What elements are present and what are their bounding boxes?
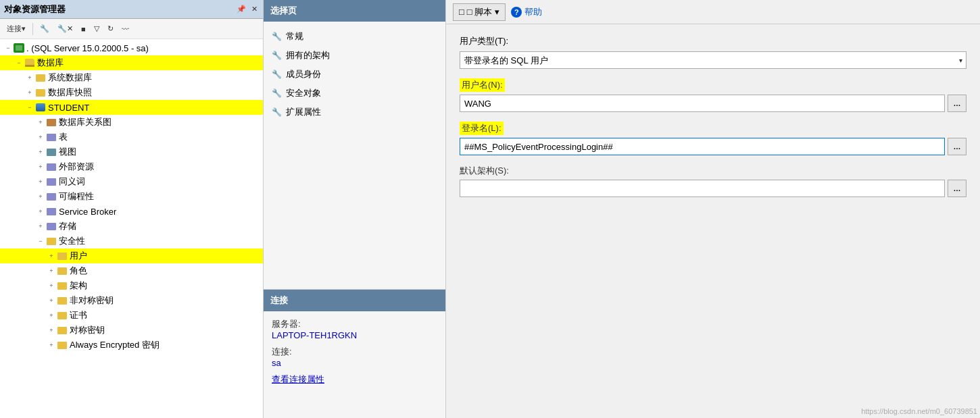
expand-databases[interactable]: − <box>14 57 24 68</box>
users-label: 用户 <box>70 250 87 262</box>
toolbar-btn-5[interactable]: ↻ <box>105 23 116 34</box>
tree-item-sysdb[interactable]: + 系统数据库 <box>0 70 263 85</box>
tree-item-security[interactable]: − 安全性 <box>0 234 263 249</box>
expand-sysdb[interactable]: + <box>24 72 35 83</box>
username-input[interactable] <box>460 95 945 112</box>
default-schema-row: … <box>460 180 966 197</box>
symmetric-keys-label: 对称密钥 <box>70 324 105 336</box>
tree-item-server[interactable]: − . (SQL Server 15.0.2000.5 - sa) <box>0 41 263 55</box>
asymmetric-keys-label: 非对称密钥 <box>70 294 114 307</box>
right-panel: 选择页 🔧 常规 🔧 拥有的架构 🔧 成员身份 🔧 安全对象 🔧 扩展属性 <box>264 0 980 418</box>
username-label: 用户名(N): <box>460 78 505 92</box>
expand-views[interactable]: + <box>35 147 46 157</box>
toolbar-btn-2[interactable]: 🔧✕ <box>55 23 76 34</box>
login-browse-button[interactable]: … <box>948 138 966 155</box>
expand-schemas[interactable]: + <box>46 280 57 291</box>
user-type-select[interactable]: 带登录名的 SQL 用户 <box>460 51 966 69</box>
views-label: 视图 <box>59 146 76 158</box>
tree-item-asymmetric-keys[interactable]: + 非对称密钥 <box>0 293 263 308</box>
expand-certificates[interactable]: + <box>46 310 57 321</box>
selection-item-label-general: 常规 <box>286 30 303 43</box>
selection-item-extended-properties[interactable]: 🔧 扩展属性 <box>266 103 443 122</box>
expand-external[interactable]: + <box>35 161 46 172</box>
pin-button[interactable]: 📌 <box>235 5 247 14</box>
connect-header: 连接 <box>264 290 445 311</box>
toolbar-btn-4[interactable]: ▽ <box>91 23 102 34</box>
expand-dbdiagram[interactable]: + <box>35 117 46 128</box>
tree-item-student[interactable]: − STUDENT <box>0 100 263 115</box>
expand-symmetric-keys[interactable]: + <box>46 325 57 336</box>
tree-item-databases[interactable]: − 数据库 <box>0 55 263 70</box>
login-group: 登录名(L): … <box>460 122 966 155</box>
toolbar-btn-6[interactable]: 〰 <box>119 24 132 34</box>
oe-toolbar: 连接▾ 🔧 🔧✕ ■ ▽ ↻ 〰 <box>0 19 263 39</box>
tree-item-symmetric-keys[interactable]: + 对称密钥 <box>0 323 263 338</box>
tree-item-synonyms[interactable]: + 同义词 <box>0 174 263 189</box>
wrench-icon-2: 🔧 <box>272 51 282 60</box>
expand-dbsnapshot[interactable]: + <box>24 87 35 98</box>
default-schema-group: 默认架构(S): … <box>460 165 966 197</box>
oe-title-buttons: 📌 ✕ <box>235 5 259 14</box>
expand-server[interactable]: − <box>3 43 14 53</box>
selection-item-membership[interactable]: 🔧 成员身份 <box>266 65 443 84</box>
asymmetric-keys-icon <box>57 295 68 306</box>
toolbar-btn-1[interactable]: 🔧 <box>37 23 52 34</box>
selection-item-securables[interactable]: 🔧 安全对象 <box>266 84 443 103</box>
tree-item-service-broker[interactable]: + Service Broker <box>0 204 263 219</box>
expand-programmability[interactable]: + <box>35 191 46 202</box>
selection-item-general[interactable]: 🔧 常规 <box>266 27 443 46</box>
tree-item-programmability[interactable]: + 可编程性 <box>0 189 263 204</box>
selection-items: 🔧 常规 🔧 拥有的架构 🔧 成员身份 🔧 安全对象 🔧 扩展属性 <box>264 22 445 127</box>
storage-icon <box>46 221 57 232</box>
tree-item-certificates[interactable]: + 证书 <box>0 308 263 323</box>
user-type-label: 用户类型(T): <box>460 35 966 47</box>
expand-roles[interactable]: + <box>46 265 57 276</box>
selection-item-label-securables: 安全对象 <box>286 87 321 99</box>
expand-users[interactable]: + <box>46 251 57 261</box>
help-button[interactable]: ? 帮助 <box>511 6 542 18</box>
oe-tree: − . (SQL Server 15.0.2000.5 - sa) − 数据库 … <box>0 39 263 418</box>
expand-tables[interactable]: + <box>35 132 46 142</box>
tree-item-views[interactable]: + 视图 <box>0 145 263 159</box>
login-input[interactable] <box>460 138 945 155</box>
connect-connection-value: sa <box>272 358 437 368</box>
expand-service-broker[interactable]: + <box>35 206 46 217</box>
expand-always-encrypted[interactable]: + <box>46 340 57 350</box>
login-label: 登录名(L): <box>460 122 504 135</box>
tree-item-always-encrypted[interactable]: + Always Encrypted 密钥 <box>0 338 263 352</box>
tree-item-roles[interactable]: + 角色 <box>0 263 263 278</box>
expand-synonyms[interactable]: + <box>35 176 46 187</box>
default-schema-input[interactable] <box>460 180 945 197</box>
toolbar-btn-3[interactable]: ■ <box>78 24 89 34</box>
tree-item-tables[interactable]: + 表 <box>0 130 263 145</box>
connect-link-row[interactable]: 查看连接属性 <box>272 373 437 386</box>
users-icon <box>57 251 68 261</box>
student-icon <box>35 102 46 113</box>
tree-item-storage[interactable]: + 存储 <box>0 219 263 234</box>
connect-button[interactable]: 连接▾ <box>4 22 28 35</box>
connect-connection-row: 连接: sa <box>272 346 437 368</box>
tree-item-schemas[interactable]: + 架构 <box>0 278 263 293</box>
roles-icon <box>57 265 68 276</box>
view-connection-link[interactable]: 查看连接属性 <box>272 374 324 384</box>
tree-item-dbdiagram[interactable]: + 数据库关系图 <box>0 115 263 130</box>
tree-item-users[interactable]: + 用户 <box>0 249 263 263</box>
selection-item-owned-schemas[interactable]: 🔧 拥有的架构 <box>266 46 443 65</box>
username-browse-button[interactable]: … <box>948 95 966 112</box>
tree-item-external[interactable]: + 外部资源 <box>0 159 263 174</box>
tree-item-dbsnapshot[interactable]: + 数据库快照 <box>0 85 263 100</box>
script-dropdown-arrow[interactable]: ▾ <box>495 7 499 17</box>
expand-student[interactable]: − <box>24 102 35 113</box>
expand-security[interactable]: − <box>35 236 46 246</box>
selection-header: 选择页 <box>264 0 445 22</box>
expand-asymmetric-keys[interactable]: + <box>46 295 57 306</box>
close-button[interactable]: ✕ <box>250 5 259 14</box>
script-button[interactable]: □ □ 脚本 ▾ <box>453 3 506 21</box>
databases-label: 数据库 <box>37 57 64 69</box>
username-group: 用户名(N): … <box>460 78 966 112</box>
expand-storage[interactable]: + <box>35 221 46 232</box>
default-schema-label: 默认架构(S): <box>460 165 966 177</box>
schema-browse-button[interactable]: … <box>948 180 966 197</box>
connect-header-label: 连接 <box>270 294 288 307</box>
selection-item-label-membership: 成员身份 <box>286 68 321 80</box>
